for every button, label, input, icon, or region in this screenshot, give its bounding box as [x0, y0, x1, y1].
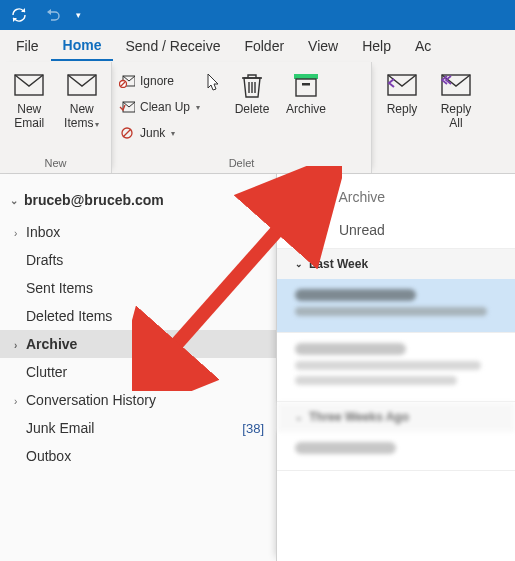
filter-tabs: All Unread	[277, 216, 515, 249]
content-area: ⌄ bruceb@bruceb.com ›Inbox Drafts Sent I…	[0, 174, 515, 561]
folder-clutter[interactable]: Clutter	[0, 358, 276, 386]
menu-send-receive[interactable]: Send / Receive	[113, 32, 232, 60]
message-item[interactable]	[277, 333, 515, 402]
folder-label: Sent Items	[26, 280, 93, 296]
filter-tab-unread[interactable]: Unread	[337, 216, 387, 248]
folder-label: Drafts	[26, 252, 63, 268]
search-box[interactable]	[277, 174, 515, 216]
ignore-button[interactable]: Ignore	[118, 70, 200, 92]
menu-file[interactable]: File	[4, 32, 51, 60]
trash-icon	[236, 72, 268, 98]
group-label-delete: Delet	[112, 157, 371, 173]
menu-folder[interactable]: Folder	[232, 32, 296, 60]
envelope-icon	[13, 72, 45, 98]
delete-button[interactable]: Delete	[228, 68, 276, 116]
cursor-icon	[206, 72, 222, 96]
folder-label: Archive	[26, 336, 77, 352]
account-header[interactable]: ⌄ bruceb@bruceb.com	[0, 188, 276, 218]
junk-button[interactable]: Junk▾	[118, 122, 200, 144]
reply-all-label: Reply All	[441, 102, 472, 131]
folder-junk-email[interactable]: Junk Email[38]	[0, 414, 276, 442]
date-group-header[interactable]: ⌄ Last Week	[277, 249, 515, 279]
message-item[interactable]	[277, 432, 515, 471]
chevron-right-icon: ›	[14, 396, 24, 407]
folder-label: Clutter	[26, 364, 67, 380]
chevron-right-icon: ›	[14, 340, 24, 351]
folder-deleted-items[interactable]: Deleted Items	[0, 302, 276, 330]
group-label-respond	[372, 157, 515, 173]
quick-access-toolbar: ▾	[0, 0, 515, 30]
reply-icon	[386, 72, 418, 98]
junk-label: Junk	[140, 126, 165, 140]
folder-label: Junk Email	[26, 420, 94, 436]
new-items-label: New Items▾	[64, 102, 99, 131]
menu-help[interactable]: Help	[350, 32, 403, 60]
cleanup-label: Clean Up	[140, 100, 190, 114]
junk-icon	[118, 124, 136, 142]
archive-button[interactable]: Archive	[282, 68, 330, 116]
svg-rect-10	[302, 83, 310, 86]
folder-conversation-history[interactable]: ›Conversation History	[0, 386, 276, 414]
folder-drafts[interactable]: Drafts	[0, 246, 276, 274]
reply-button[interactable]: Reply	[378, 68, 426, 116]
menu-view[interactable]: View	[296, 32, 350, 60]
reply-all-button[interactable]: Reply All	[432, 68, 480, 131]
undo-icon[interactable]	[42, 4, 64, 26]
folder-label: Conversation History	[26, 392, 156, 408]
folder-archive[interactable]: ›Archive	[0, 330, 276, 358]
message-item[interactable]	[277, 279, 515, 333]
filter-tab-all[interactable]: All	[297, 216, 319, 248]
svg-line-7	[123, 129, 131, 137]
group-label-new: New	[0, 157, 111, 173]
junk-count: [38]	[242, 421, 264, 436]
menu-account-partial[interactable]: Ac	[403, 32, 443, 60]
new-email-label: New Email	[14, 102, 44, 131]
delete-label: Delete	[235, 102, 270, 116]
reply-label: Reply	[387, 102, 418, 116]
new-email-button[interactable]: New Email	[6, 68, 53, 131]
chevron-down-icon: ⌄	[295, 412, 303, 422]
archive-label: Archive	[286, 102, 326, 116]
ignore-icon	[118, 72, 136, 90]
menu-strip: File Home Send / Receive Folder View Hel…	[0, 30, 515, 62]
chevron-right-icon: ›	[14, 228, 24, 239]
svg-rect-9	[296, 79, 316, 96]
chevron-down-icon: ⌄	[10, 195, 20, 206]
ribbon: New Email New Items▾ New Ignore Clean Up…	[0, 62, 515, 174]
folder-inbox[interactable]: ›Inbox	[0, 218, 276, 246]
svg-rect-8	[294, 74, 318, 79]
folder-outbox[interactable]: Outbox	[0, 442, 276, 470]
date-group-header[interactable]: ⌄ Three Weeks Ago	[277, 402, 515, 432]
envelope-icon	[66, 72, 98, 98]
menu-home[interactable]: Home	[51, 31, 114, 61]
qat-dropdown-icon[interactable]: ▾	[76, 10, 81, 20]
folder-label: Outbox	[26, 448, 71, 464]
message-list-pane: All Unread ⌄ Last Week ⌄ Three Weeks Ago	[276, 174, 515, 561]
archive-icon	[290, 72, 322, 98]
new-items-button[interactable]: New Items▾	[59, 68, 106, 131]
folder-label: Inbox	[26, 224, 60, 240]
account-label: bruceb@bruceb.com	[24, 192, 164, 208]
folder-pane: ⌄ bruceb@bruceb.com ›Inbox Drafts Sent I…	[0, 174, 276, 561]
date-group-label: Last Week	[309, 257, 368, 271]
chevron-down-icon: ⌄	[295, 259, 303, 269]
refresh-icon[interactable]	[8, 4, 30, 26]
ignore-label: Ignore	[140, 74, 174, 88]
folder-label: Deleted Items	[26, 308, 112, 324]
cleanup-icon	[118, 98, 136, 116]
reply-all-icon	[440, 72, 472, 98]
search-input[interactable]	[291, 189, 501, 205]
date-group-label: Three Weeks Ago	[309, 410, 409, 424]
folder-sent-items[interactable]: Sent Items	[0, 274, 276, 302]
cleanup-button[interactable]: Clean Up▾	[118, 96, 200, 118]
